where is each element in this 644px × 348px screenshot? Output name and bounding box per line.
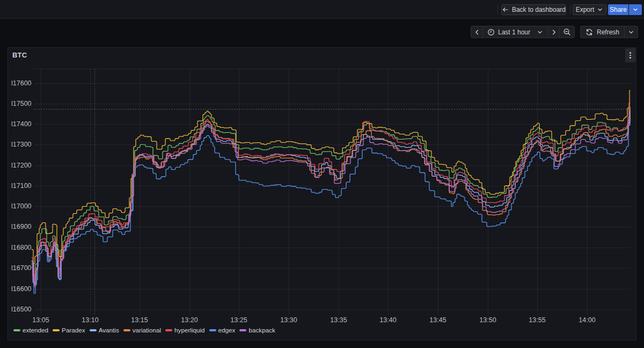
svg-text:13:50: 13:50 [479, 316, 496, 324]
svg-text:13:05: 13:05 [32, 316, 49, 324]
svg-text:l17200: l17200 [11, 162, 32, 169]
svg-text:l16800: l16800 [11, 244, 32, 251]
svg-text:l17500: l17500 [11, 100, 32, 107]
svg-text:l17300: l17300 [11, 141, 32, 148]
svg-text:l17100: l17100 [11, 182, 32, 190]
svg-text:l17600: l17600 [11, 79, 32, 87]
svg-text:14:00: 14:00 [579, 316, 595, 324]
svg-text:l17400: l17400 [11, 120, 32, 128]
svg-text:13:55: 13:55 [529, 316, 545, 324]
svg-text:13:20: 13:20 [181, 316, 197, 324]
svg-text:13:35: 13:35 [330, 316, 347, 324]
svg-text:l17000: l17000 [11, 202, 32, 210]
svg-text:13:10: 13:10 [82, 316, 98, 324]
svg-text:13:30: 13:30 [280, 316, 297, 324]
svg-text:13:15: 13:15 [131, 316, 148, 324]
svg-text:l16600: l16600 [11, 285, 32, 293]
svg-text:l16500: l16500 [11, 306, 32, 313]
svg-text:13:45: 13:45 [429, 316, 446, 324]
svg-text:13:25: 13:25 [230, 316, 247, 324]
svg-text:l16700: l16700 [11, 264, 32, 272]
svg-text:l16900: l16900 [11, 223, 32, 230]
svg-text:13:40: 13:40 [379, 316, 396, 324]
